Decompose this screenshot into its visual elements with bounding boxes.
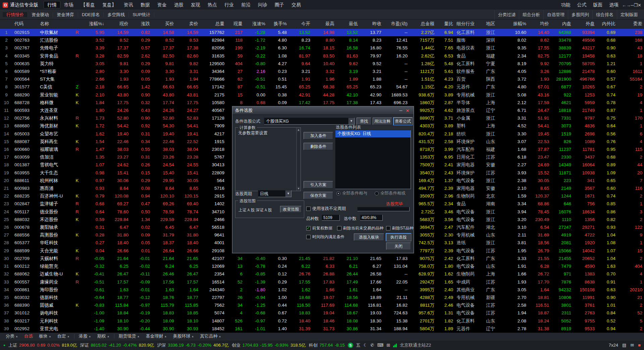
menu-item[interactable]: 数据 [137,1,154,8]
bottom-tab[interactable]: 自定▲ [54,333,73,339]
time-range-checkbox[interactable]: 时间段内满足条件 [306,234,344,240]
change-range-button[interactable]: 改变范围 [280,206,302,213]
table-row[interactable]: 36688390固德威K-0.83115.84-0.97115.79115.85… [0,301,644,309]
chevron-down-icon[interactable]: ▼ [285,190,291,197]
level5-quote-icon[interactable]: 五 [356,342,361,348]
chevron-down-icon[interactable]: ▼ [348,118,354,124]
column-header[interactable]: 换手% [267,19,288,29]
titlebar-menu-item[interactable]: 选项 [606,1,622,8]
option-checkbox[interactable]: 前复权数据 [306,225,332,231]
toolbar-tab[interactable]: 资金博弈 [53,12,78,17]
column-header[interactable]: 最高 [312,19,336,29]
table-row[interactable]: 5000635英力特3.059.810.299.819.82129500404-… [0,60,644,68]
column-header[interactable]: 最低 [336,19,360,29]
column-header[interactable]: 名称 [38,19,73,29]
keyboard-icon[interactable]: ⌨ [377,343,383,348]
column-header[interactable]: 市盈(动) [383,19,409,29]
table-row[interactable]: 32688062迈威生物-UK-0.4126.47-0.1126.4626.47… [0,270,644,278]
column-header[interactable]: 细分行业 [455,19,484,29]
column-header[interactable] [0,19,13,29]
limit-period-field[interactable] [357,207,410,211]
option-checkbox[interactable]: 剔除ST品种 [386,225,413,231]
column-header[interactable]: 涨速% [244,19,267,29]
toolbar-link[interactable]: 多股同列 [568,10,592,19]
back-button[interactable]: ← [622,2,626,8]
close-button[interactable]: 关闭 [386,243,411,250]
column-header[interactable]: 内盘 [551,19,573,29]
period-select[interactable]: 日线 ▼ [258,190,291,197]
table-row[interactable]: 10688728格科微K1.8417.750.3217.7417.7510580… [0,99,644,106]
column-header[interactable]: 总量 [200,19,226,29]
menu-item[interactable]: 发现 [187,1,204,8]
toolbar-link[interactable]: 分类过滤 [494,10,519,19]
menu-item[interactable]: 复盘】 [99,1,120,8]
menu-item[interactable]: 资讯 [120,1,137,8]
dialog-minimize-icon[interactable]: ─ [397,108,404,113]
bottom-tab[interactable]: 板块▲ [36,333,54,339]
table-row[interactable]: 30002709天赐材料R-0.0521.64-0.0121.6421.6542… [0,255,644,262]
toolbar-link[interactable]: 自选管理 [543,10,568,19]
scrollbar[interactable]: ▲ ▼ [296,128,301,191]
menu-item[interactable]: 【看盘 [77,1,99,8]
alert-icon[interactable]: ■ [638,343,641,348]
night-mode-icon[interactable]: ☾ [364,343,368,348]
table-row[interactable]: 35603032德新科技-0.6418.77-0.1218.7618.77227… [0,294,644,301]
column-header[interactable]: 内外比 [596,19,617,29]
column-header[interactable]: 涨跌 [130,19,152,29]
close-button[interactable]: ✕ [638,2,641,8]
menu-item[interactable]: 行情 [44,1,60,8]
table-row[interactable]: 39002952亚世光电-1.4030.90-0.4430.9030.93184… [0,325,644,333]
column-header[interactable]: 总金额 [409,19,436,29]
bottom-tab[interactable]: 期货现货▲ [116,333,143,339]
bottom-tab[interactable]: 自选 [21,333,36,339]
table-row[interactable]: 38603217元利科技-1.0918.10-0.2018.0918.10148… [0,317,644,325]
table-row[interactable]: 31600212绿能慧充-0.326.25-0.026.246.25120691… [0,262,644,270]
dialog-close-icon[interactable]: ✕ [404,108,411,113]
remove-condition-button[interactable]: 删除条件 [304,143,333,150]
pick-to-board-button[interactable]: 选股入板块 [354,233,384,241]
formula-select[interactable]: 个股强买XG ▼ [264,118,355,125]
bottom-tab[interactable]: 基金理财▲ [143,333,170,339]
titlebar-menu-item[interactable]: 公式 [574,1,590,8]
news-icon[interactable]: ▤ [622,343,626,348]
column-header[interactable]: 委差 [617,19,644,29]
menu-item[interactable]: 前沿 [237,1,254,8]
usage-note-button[interactable]: 用法注释 [373,118,392,125]
table-row[interactable]: 4603345安井食品R3.2882.592.6282.5082.6031635… [0,52,644,60]
table-row[interactable]: 6600589*ST榕泰2.803.300.093.303.3134364272… [0,68,644,75]
bottom-tab[interactable]: 美股环球▲ [170,333,197,339]
menu-item[interactable]: 选股 [170,1,187,8]
save-plan-button[interactable]: 保存方案 [304,192,333,199]
column-header[interactable] [73,19,81,29]
forward-button[interactable]: → [626,2,631,8]
toolbar-tab[interactable]: DDE排名 [78,12,104,17]
menu-item[interactable]: 资金 [154,1,170,8]
menu-item[interactable]: 市场 [60,1,77,8]
table-row[interactable]: 33600557康缘药业R-0.5117.57-0.0917.5617.5716… [0,278,644,286]
bottom-tab[interactable]: 其它品种▲ [197,333,224,339]
column-header[interactable]: 外盘 [573,19,596,29]
scroll-track[interactable] [297,132,300,186]
menu-item[interactable]: 交易 [288,1,305,8]
message-icon[interactable]: ✉ [630,343,634,348]
toolbar-tab[interactable]: 多空阵线 [104,12,129,17]
toolbar-link[interactable]: 定制版面 [617,10,641,19]
column-header[interactable]: 地区 [484,19,505,29]
table-row[interactable]: 2002763汇洁股份3.528.520.298.528.5382984118-… [0,36,644,44]
column-header[interactable]: 振幅% [505,19,528,29]
menu-item[interactable]: 圈子 [271,1,288,8]
add-condition-button[interactable]: 加入条件 [304,132,333,139]
column-header[interactable]: 现价 [106,19,130,29]
table-row[interactable]: 3002767先锋电子3.3917.370.5717.3717.38820561… [0,44,644,52]
column-header[interactable]: 买价 [152,19,176,29]
titlebar-menu-item[interactable]: 版面 [590,1,606,8]
titlebar-menu-item[interactable]: 功能 [557,1,574,8]
menu-item[interactable]: 热点 [204,1,221,8]
bottom-tab[interactable]: 期权▲ [94,333,113,339]
option-checkbox[interactable]: 剔除当前未交易的品种 [337,225,383,231]
use-limit-period-checkbox[interactable]: 使用涨跌不定周期 [306,206,346,212]
menu-item[interactable]: 行业 [221,1,237,8]
bottom-tab[interactable]: 港股▲ [76,333,94,339]
table-row[interactable]: 37301012扬电科技-1.0018.84-0.1918.8318.85507… [0,309,644,317]
table-row[interactable]: 34000861海印股份-0.611.63-0.011.631.64244340… [0,286,644,294]
